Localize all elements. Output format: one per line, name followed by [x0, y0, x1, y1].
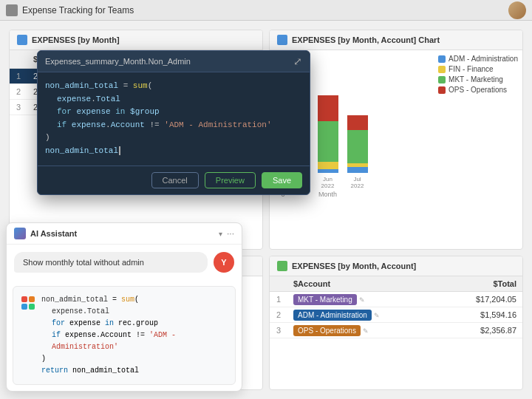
formula-line-3: for expense in $group — [45, 106, 302, 119]
preview-button[interactable]: Preview — [205, 172, 256, 188]
panel-icon — [17, 35, 27, 45]
ai-logo-icon — [21, 296, 35, 310]
account-badge: OPS - Operations — [293, 325, 361, 336]
expenses-chart-title: EXPENSES [by Month, Account] Chart — [292, 35, 440, 44]
acc-row-account: ADM - Administration ✎ — [287, 307, 440, 323]
cancel-button[interactable]: Cancel — [151, 172, 199, 188]
expenses-by-account-table: $Account $Total 1 MKT - Marketing ✎ $17,… — [270, 276, 522, 338]
expenses-by-month-title: EXPENSES [by Month] — [32, 35, 120, 44]
ai-assistant-panel: AI Assistant ▾ ··· Show monthly total wi… — [6, 222, 242, 392]
bar-segment — [347, 130, 368, 163]
table-row: 2 ADM - Administration ✎ $1,594.16 — [270, 307, 522, 323]
account-badge: MKT - Marketing — [293, 294, 357, 305]
row-num: 3 — [10, 100, 27, 115]
table-row: 1 MKT - Marketing ✎ $17,204.05 — [270, 292, 522, 307]
acc-col-account: $Account — [287, 276, 440, 292]
legend-item: ADM - Administration — [438, 55, 518, 63]
bar-group — [318, 55, 338, 173]
formula-title: Expenses_summary_Month.Non_Admin — [45, 57, 293, 66]
acc-row-account: MKT - Marketing ✎ — [287, 292, 440, 307]
formula-title-bar: Expenses_summary_Month.Non_Admin ⤢ — [38, 51, 310, 72]
bar-segment — [318, 121, 338, 162]
bar-segment — [347, 115, 368, 130]
title-bar: Expense Tracking for Teams — [0, 0, 532, 21]
bar-segment — [347, 167, 368, 173]
formula-line-6: non_admin_total — [45, 145, 302, 158]
legend-item: OPS - Operations — [438, 86, 518, 94]
acc-col-total: $Total — [440, 276, 522, 292]
user-message-text: Show monthly total without admin — [23, 258, 144, 267]
acc-row-total: $2,356.87 — [440, 323, 522, 338]
bar-group — [347, 55, 368, 173]
main-content: EXPENSES [by Month] $Month $Total $Non_A… — [0, 21, 532, 399]
col-num — [10, 50, 27, 69]
acc-row-num: 2 — [270, 307, 287, 323]
legend-color — [438, 66, 446, 73]
svg-rect-1 — [29, 296, 35, 302]
bar-segment — [318, 162, 338, 169]
expenses-by-account-panel: EXPENSES [by Month, Account] $Account $T… — [269, 256, 523, 390]
row-num: 2 — [10, 84, 27, 100]
formula-line-5: ) — [45, 132, 302, 145]
chart-legend: ADM - AdministrationFIN - FinanceMKT - M… — [438, 55, 518, 94]
account-panel-icon — [277, 261, 287, 271]
ai-code-text: non_admin_total = sum( expense.Total for… — [41, 294, 228, 377]
bar-segment — [318, 169, 338, 173]
ai-menu-button[interactable]: ··· — [227, 228, 234, 239]
expenses-chart-header: EXPENSES [by Month, Account] Chart — [270, 30, 522, 50]
formula-line-2: expense.Total — [45, 93, 302, 106]
svg-rect-3 — [29, 304, 35, 310]
chart-panel-icon — [277, 35, 287, 45]
x-axis-label: Jul2022 — [347, 176, 368, 189]
ai-icon — [14, 228, 26, 239]
expenses-by-account-header: EXPENSES [by Month, Account] — [270, 256, 522, 276]
expenses-by-account-title: EXPENSES [by Month, Account] — [292, 262, 416, 270]
row-num: 1 — [10, 69, 27, 84]
formula-line-4: if expense.Account != 'ADM - Administrat… — [45, 119, 302, 132]
legend-color — [438, 76, 446, 83]
acc-col-num — [270, 276, 287, 292]
ai-collapse-button[interactable]: ▾ — [219, 230, 222, 238]
chat-area: Show monthly total without admin Y — [7, 245, 242, 280]
formula-code-body: non_admin_total = sum( expense.Total for… — [38, 72, 310, 166]
ai-panel-header: AI Assistant ▾ ··· — [7, 223, 242, 245]
table-row: 3 OPS - Operations ✎ $2,356.87 — [270, 323, 522, 338]
account-badge: ADM - Administration — [293, 310, 372, 321]
ai-title: AI Assistant — [30, 229, 214, 238]
app-icon — [6, 4, 18, 16]
acc-row-account: OPS - Operations ✎ — [287, 323, 440, 338]
bar-segment — [318, 95, 338, 121]
legend-item: MKT - Marketing — [438, 75, 518, 83]
acc-row-num: 3 — [270, 323, 287, 338]
formula-editor: Expenses_summary_Month.Non_Admin ⤢ non_a… — [37, 50, 310, 195]
legend-color — [438, 55, 446, 63]
svg-rect-0 — [21, 296, 27, 302]
user-avatar-chat: Y — [214, 252, 234, 273]
legend-color — [438, 86, 446, 94]
expenses-by-month-header: EXPENSES [by Month] — [10, 30, 262, 50]
formula-expand-button[interactable]: ⤢ — [293, 55, 302, 67]
app-title: Expense Tracking for Teams — [22, 5, 134, 16]
formula-action-buttons: Cancel Preview Save — [38, 166, 310, 194]
acc-row-total: $17,204.05 — [440, 292, 522, 307]
user-avatar[interactable] — [508, 1, 526, 19]
legend-item: FIN - Finance — [438, 65, 518, 73]
acc-row-num: 1 — [270, 292, 287, 307]
svg-rect-2 — [21, 304, 27, 310]
save-button[interactable]: Save — [262, 172, 302, 188]
formula-line-1: non_admin_total = sum( — [45, 80, 302, 93]
acc-row-total: $1,594.16 — [440, 307, 522, 323]
ai-code-response: non_admin_total = sum( expense.Total for… — [13, 286, 236, 385]
x-axis-label: Jun2022 — [318, 176, 338, 189]
user-message-bubble: Show monthly total without admin — [14, 252, 208, 273]
